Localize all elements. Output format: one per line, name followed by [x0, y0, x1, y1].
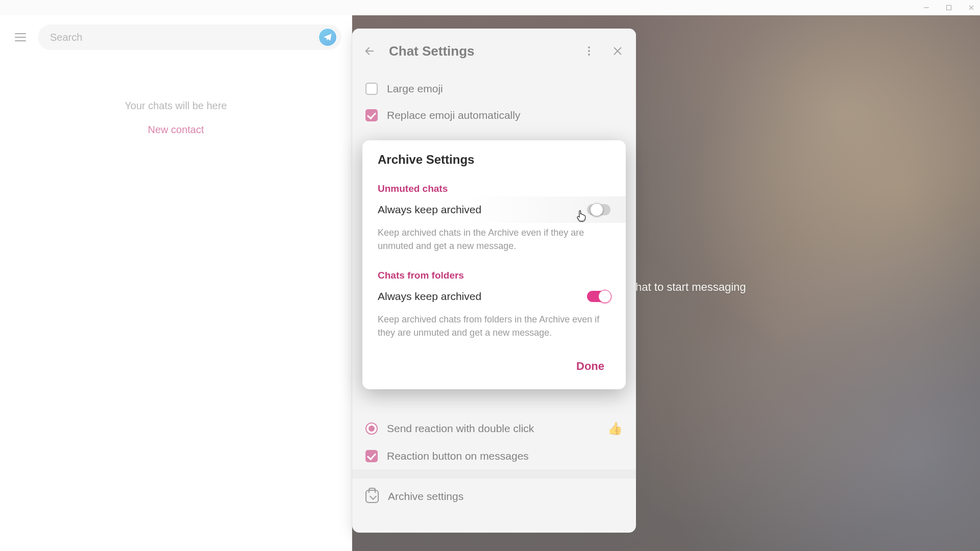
- switch-off-icon: [587, 204, 610, 215]
- toggle-unmuted-keep-archived[interactable]: Always keep archived: [362, 196, 626, 223]
- desc-unmuted: Keep archived chats in the Archive even …: [362, 223, 626, 263]
- section-chats-from-folders: Chats from folders: [362, 263, 626, 283]
- modal-title: Archive Settings: [378, 153, 610, 167]
- section-unmuted-chats: Unmuted chats: [362, 176, 626, 196]
- done-button[interactable]: Done: [570, 356, 610, 377]
- switch-on-icon: [587, 291, 610, 302]
- pointer-cursor-icon: [575, 209, 588, 222]
- toggle-folders-keep-archived[interactable]: Always keep archived: [362, 283, 626, 310]
- toggle-label: Always keep archived: [378, 204, 481, 216]
- toggle-label: Always keep archived: [378, 290, 481, 303]
- desc-folders: Keep archived chats from folders in the …: [362, 310, 626, 349]
- archive-settings-modal: Archive Settings Unmuted chats Always ke…: [362, 140, 626, 389]
